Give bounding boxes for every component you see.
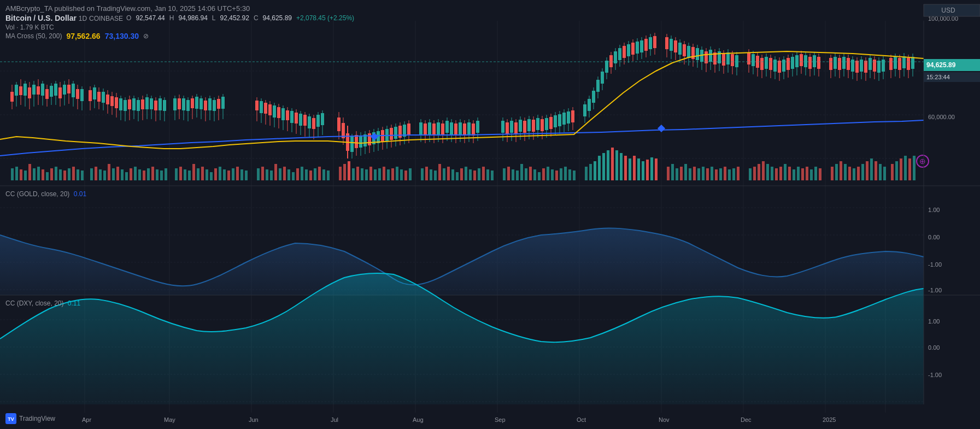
svg-text:94,625.89: 94,625.89 [926, 61, 956, 69]
svg-rect-486 [696, 48, 699, 60]
svg-rect-177 [732, 168, 735, 180]
svg-rect-110 [409, 168, 412, 180]
svg-rect-106 [391, 168, 394, 180]
svg-rect-314 [264, 103, 267, 114]
svg-rect-163 [671, 164, 674, 180]
svg-rect-125 [482, 167, 485, 180]
svg-rect-72 [227, 171, 230, 180]
ohlc-row: O 92,547.44 H 94,986.94 L 92,452.92 C 94… [126, 14, 354, 22]
svg-rect-312 [260, 101, 263, 113]
svg-rect-62 [184, 169, 186, 180]
svg-rect-70 [219, 167, 221, 180]
svg-rect-480 [683, 44, 686, 56]
svg-rect-167 [689, 168, 691, 180]
svg-rect-310 [255, 101, 259, 110]
svg-rect-502 [731, 54, 734, 66]
svg-rect-210 [895, 161, 898, 180]
svg-rect-560 [873, 60, 876, 72]
svg-rect-408 [510, 121, 513, 133]
svg-rect-306 [217, 99, 220, 109]
svg-rect-201 [853, 168, 855, 180]
svg-rect-172 [711, 167, 713, 180]
svg-rect-79 [266, 169, 268, 180]
svg-rect-138 [547, 167, 549, 180]
svg-rect-220 [19, 86, 22, 95]
svg-rect-208 [883, 167, 886, 180]
svg-rect-46 [108, 164, 110, 180]
svg-rect-466 [644, 39, 648, 51]
svg-rect-316 [268, 104, 272, 115]
svg-rect-83 [283, 167, 286, 180]
svg-rect-73 [232, 168, 234, 180]
svg-rect-304 [213, 100, 216, 111]
svg-rect-406 [506, 122, 509, 134]
svg-rect-77 [257, 168, 260, 180]
svg-rect-458 [627, 44, 630, 56]
svg-rect-300 [204, 101, 207, 110]
svg-rect-278 [150, 98, 153, 109]
chart-header: AMBcrypto_TA published on TradingView.co… [5, 4, 354, 40]
svg-rect-554 [860, 60, 863, 72]
svg-rect-256 [102, 92, 105, 103]
svg-rect-198 [840, 161, 842, 180]
svg-rect-268 [128, 99, 131, 109]
svg-text:Oct: Oct [577, 416, 586, 423]
svg-rect-440 [588, 99, 591, 111]
svg-text:May: May [164, 416, 175, 423]
svg-rect-212 [904, 156, 907, 180]
svg-rect-86 [296, 168, 299, 180]
svg-rect-118 [451, 169, 454, 180]
svg-rect-526 [791, 57, 794, 69]
svg-rect-182 [762, 161, 765, 180]
svg-rect-211 [900, 158, 902, 180]
svg-rect-41 [81, 171, 84, 180]
svg-rect-390 [450, 122, 453, 134]
svg-rect-26 [15, 167, 18, 180]
svg-rect-468 [649, 37, 652, 49]
svg-rect-185 [775, 168, 778, 180]
svg-rect-500 [726, 52, 730, 64]
svg-rect-133 [525, 168, 527, 180]
svg-rect-142 [564, 167, 567, 180]
svg-rect-81 [274, 164, 277, 180]
svg-text:2025: 2025 [823, 416, 836, 423]
svg-rect-197 [835, 164, 838, 180]
svg-rect-478 [678, 43, 682, 55]
svg-rect-180 [753, 167, 756, 180]
svg-rect-191 [801, 168, 804, 180]
svg-rect-71 [223, 169, 226, 180]
svg-rect-42 [90, 168, 93, 180]
svg-rect-188 [788, 167, 791, 180]
svg-rect-112 [425, 167, 428, 180]
svg-rect-143 [568, 169, 571, 180]
svg-text:TradingView: TradingView [19, 415, 55, 422]
svg-rect-80 [270, 171, 273, 180]
svg-rect-49 [121, 169, 124, 180]
svg-text:USD: USD [941, 7, 955, 14]
cc-gold-label: CC (GOLD, close, 20) 0.01 [5, 190, 86, 198]
svg-rect-152 [615, 150, 618, 180]
svg-rect-166 [684, 164, 687, 180]
svg-rect-328 [295, 113, 298, 124]
svg-rect-158 [642, 161, 644, 180]
svg-rect-205 [870, 158, 873, 180]
svg-rect-120 [460, 168, 463, 180]
svg-rect-101 [369, 167, 372, 180]
svg-rect-93 [327, 171, 330, 180]
chart-svg: ⊕ 100,000.00 80,000.00 60,000.00 1.00 [0, 0, 980, 429]
svg-rect-376 [419, 122, 422, 134]
svg-rect-482 [687, 46, 690, 58]
svg-rect-552 [855, 61, 859, 73]
svg-rect-242 [67, 85, 71, 93]
svg-rect-416 [527, 119, 531, 131]
svg-rect-232 [45, 89, 49, 99]
svg-rect-57 [156, 169, 159, 180]
svg-rect-184 [771, 167, 773, 180]
svg-rect-91 [318, 167, 321, 180]
svg-rect-540 [829, 58, 832, 70]
svg-rect-424 [545, 118, 548, 130]
svg-rect-266 [124, 100, 127, 111]
svg-rect-64 [192, 164, 195, 180]
svg-rect-366 [390, 128, 393, 140]
svg-rect-209 [891, 164, 894, 180]
